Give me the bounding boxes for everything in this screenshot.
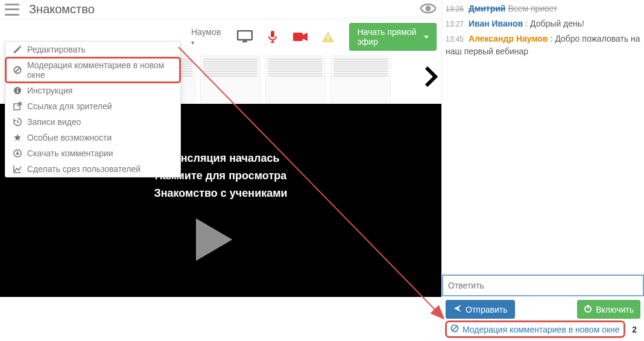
play-icon[interactable] — [187, 212, 241, 269]
enable-button[interactable]: Включить — [577, 300, 640, 319]
svg-line-19 — [452, 326, 457, 331]
start-stream-button[interactable]: Начать прямой эфир — [349, 23, 437, 51]
power-icon — [584, 304, 592, 314]
ban-icon — [450, 324, 459, 334]
monitor-icon[interactable] — [237, 31, 253, 43]
chat-message: 13:45 Александр Наумов : Добро пожаловат… — [446, 33, 640, 58]
visibility-eye-icon[interactable] — [420, 2, 437, 16]
svg-rect-13 — [293, 33, 303, 41]
dropdown-item-label: Инструкция — [27, 86, 72, 95]
svg-line-3 — [15, 68, 20, 72]
camera-icon[interactable] — [292, 31, 308, 43]
ban-icon — [13, 65, 22, 75]
download-icon — [13, 148, 22, 158]
svg-rect-12 — [271, 31, 274, 37]
share-icon — [13, 101, 22, 111]
dropdown-item-viewer-link[interactable]: Ссылка для зрителей — [5, 98, 180, 114]
dropdown-item-edit[interactable]: Редактировать — [5, 42, 180, 57]
star-icon — [13, 133, 22, 142]
presenter-dropdown[interactable]: Наумов ▾ — [186, 24, 226, 49]
dropdown-item-label: Записи видео — [27, 117, 81, 127]
dropdown-item-label: Редактировать — [27, 45, 86, 54]
info-icon — [13, 86, 22, 95]
dropdown-item-recordings[interactable]: Записи видео — [5, 114, 180, 130]
reply-input[interactable] — [442, 275, 644, 296]
pencil-icon — [13, 45, 22, 54]
svg-point-6 — [17, 88, 18, 89]
chat-panel: 13:26 Дмитрий Всем привет 13:27 Иван Ива… — [441, 0, 644, 341]
svg-rect-11 — [244, 40, 246, 42]
dropdown-item-download-comments[interactable]: Скачать комментарии — [5, 145, 180, 161]
svg-point-1 — [426, 6, 431, 11]
slide-thumbnail[interactable] — [265, 56, 326, 103]
warning-icon[interactable] — [320, 31, 336, 43]
history-icon — [13, 117, 22, 127]
chart-icon — [13, 164, 22, 174]
dropdown-item-instruction[interactable]: Инструкция — [5, 83, 180, 98]
send-icon — [453, 304, 462, 314]
svg-rect-9 — [238, 31, 252, 40]
dropdown-item-label: Модерация комментариев в новом окне — [27, 60, 173, 80]
dropdown-item-label: Сделать срез пользователей — [27, 164, 140, 174]
slide-thumbnail[interactable] — [330, 56, 391, 103]
moderation-link[interactable]: Модерация комментариев в новом окне — [447, 322, 623, 336]
dropdown-item-moderation[interactable]: Модерация комментариев в новом окне — [5, 57, 180, 83]
dropdown-item-user-slice[interactable]: Сделать срез пользователей — [5, 161, 180, 177]
chat-message: 13:27 Иван Иванов : Добрый день! — [446, 18, 640, 30]
svg-rect-14 — [327, 35, 329, 39]
hamburger-menu-button[interactable] — [5, 4, 19, 16]
microphone-icon[interactable] — [265, 31, 280, 43]
slide-thumbnail[interactable] — [200, 56, 260, 103]
dropdown-item-label: Особые возможности — [27, 133, 112, 142]
moderation-count: 2 — [632, 325, 639, 334]
svg-rect-17 — [587, 305, 589, 308]
page-title: Знакомство — [29, 2, 420, 16]
dropdown-item-special[interactable]: Особые возможности — [5, 130, 180, 145]
svg-rect-5 — [17, 90, 18, 93]
main-dropdown-menu: Редактировать Модерация комментариев в н… — [5, 41, 181, 177]
dropdown-item-label: Скачать комментарии — [27, 148, 113, 158]
send-button[interactable]: Отправить — [446, 300, 515, 319]
chevron-right-icon[interactable] — [425, 66, 438, 92]
dropdown-item-label: Ссылка для зрителей — [27, 101, 112, 111]
chat-message: 13:26 Дмитрий Всем привет — [446, 2, 640, 15]
svg-rect-15 — [327, 40, 329, 41]
chat-messages: 13:26 Дмитрий Всем привет 13:27 Иван Ива… — [442, 0, 644, 274]
start-stream-label: Начать прямой эфир — [357, 27, 420, 46]
caret-down-icon — [424, 36, 429, 39]
